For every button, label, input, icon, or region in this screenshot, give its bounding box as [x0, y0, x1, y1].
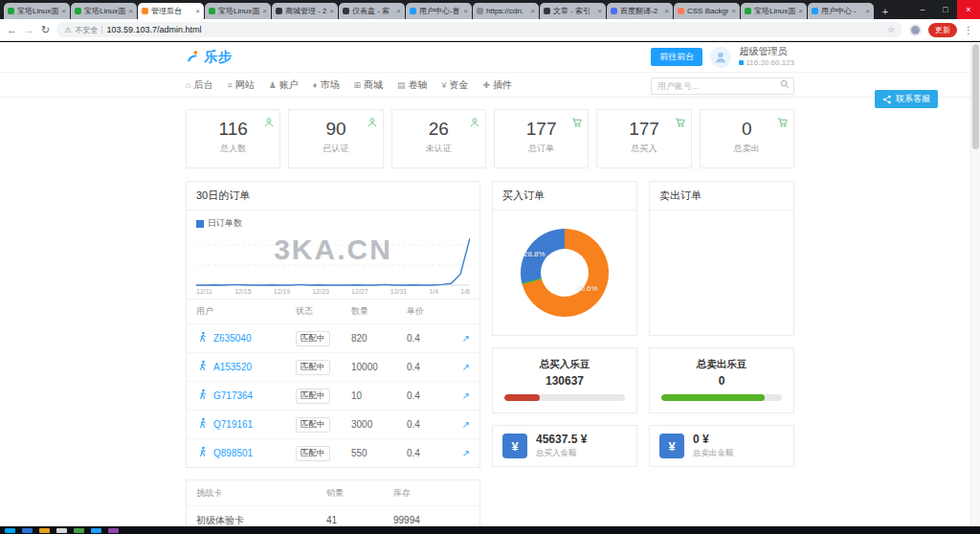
nav-item-funds[interactable]: ¥资金	[441, 78, 468, 92]
stat-label: 已认证	[289, 143, 382, 155]
tab-close-icon[interactable]: ×	[329, 7, 334, 15]
user-info[interactable]: 超级管理员 116.20.60.123	[739, 46, 794, 68]
nav-item-market[interactable]: ♦市场	[313, 78, 340, 92]
browser-tab[interactable]: 宝塔Linux面×	[205, 3, 271, 19]
browser-tab[interactable]: 文章 - 索引×	[540, 3, 606, 19]
start-button-icon[interactable]	[5, 528, 15, 533]
window-close-button[interactable]: ×	[957, 0, 980, 19]
trade-arrow-icon[interactable]: ↗	[462, 390, 470, 401]
window-maximize-button[interactable]: □	[934, 0, 957, 19]
tab-close-icon[interactable]: ×	[731, 7, 736, 15]
trade-arrow-icon[interactable]: ↗	[462, 448, 470, 458]
stat-card: 26未认证	[391, 109, 486, 168]
x-tick-label: 12/23	[312, 288, 329, 295]
bookmark-star-icon[interactable]: ☆	[887, 25, 895, 34]
search-input[interactable]	[651, 78, 794, 95]
browser-menu-icon[interactable]: ⋮	[964, 25, 973, 35]
refresh-icon[interactable]: ↻	[41, 24, 50, 36]
nav-item-mall[interactable]: ⊞商城	[353, 78, 383, 92]
new-tab-button[interactable]: +	[878, 4, 893, 19]
stat-label: 总人数	[187, 143, 279, 155]
taskbar-icon[interactable]	[91, 528, 101, 533]
quantity-cell: 3000	[351, 419, 407, 430]
table-cell: 41	[326, 515, 393, 525]
browser-tab[interactable]: https://cdn.×	[473, 3, 539, 19]
browser-tab[interactable]: 宝塔Linux面×	[741, 3, 807, 19]
yuan-icon: ¥	[659, 434, 684, 458]
browser-profile-avatar[interactable]	[909, 24, 922, 36]
username-link[interactable]: A153520	[213, 362, 252, 372]
username-link[interactable]: Q898501	[213, 448, 253, 458]
browser-tab[interactable]: CSS Backgro×	[674, 3, 740, 19]
goto-frontend-button[interactable]: 前往前台	[651, 48, 702, 66]
browser-tab[interactable]: 用户中心-首×	[406, 3, 472, 19]
username-link[interactable]: G717364	[213, 390, 253, 401]
browser-tab[interactable]: 用户中心 -×	[808, 3, 874, 19]
browser-tab[interactable]: 商城管理 - 2×	[272, 3, 338, 19]
not-secure-label: 不安全	[75, 25, 98, 35]
taskbar-icon[interactable]	[108, 528, 119, 533]
x-tick-label: 12/11	[196, 288, 212, 295]
username-link[interactable]: Q719161	[213, 419, 253, 430]
nav-item-home[interactable]: ⌂后台	[186, 78, 212, 92]
stat-label: 总订单	[495, 143, 588, 155]
challenge-table-body: 初级体验卡4199994中级挑战卡1399996	[187, 505, 479, 526]
tab-close-icon[interactable]: ×	[530, 7, 535, 15]
walking-user-icon	[196, 331, 209, 345]
nav-item-site[interactable]: ≡网站	[227, 78, 254, 92]
user-avatar[interactable]	[710, 47, 731, 68]
taskbar-icon[interactable]	[39, 528, 50, 533]
sell-orders-card: 卖出订单	[649, 181, 794, 336]
tab-close-icon[interactable]: ×	[61, 7, 66, 15]
browser-tab[interactable]: 宝塔Linux面×	[4, 3, 70, 19]
trade-arrow-icon[interactable]: ↗	[462, 362, 470, 372]
match-table-header: 用户状态数量单价	[187, 299, 479, 323]
user-name: 超级管理员	[739, 46, 794, 58]
search-icon[interactable]	[780, 79, 790, 89]
taskbar-icon[interactable]	[56, 528, 67, 533]
browser-update-button[interactable]: 更新	[928, 23, 957, 37]
tab-close-icon[interactable]: ×	[262, 7, 267, 15]
page-scrollbar[interactable]	[970, 42, 980, 526]
nav-item-scroll[interactable]: ▤卷轴	[397, 78, 428, 92]
tab-close-icon[interactable]: ×	[664, 7, 669, 15]
tab-close-icon[interactable]: ×	[396, 7, 401, 15]
match-table-row: Q719161匹配中30000.4↗	[187, 410, 479, 438]
admin-page: 乐步 前往前台 超级管理员 116.20.60.123 ⌂后台≡网站♟账户♦市场…	[0, 42, 980, 526]
taskbar-icon[interactable]	[74, 528, 84, 533]
browser-tab[interactable]: 百度翻译-2×	[607, 3, 673, 19]
funds-icon: ¥	[441, 80, 446, 90]
match-table-body: Z635040匹配中8200.4↗A153520匹配中100000.4↗G717…	[187, 323, 479, 467]
browser-tab[interactable]: 仪表盘 - 索×	[339, 3, 405, 19]
quantity-cell: 550	[351, 448, 407, 458]
contact-support-badge[interactable]: 联系客服	[875, 90, 938, 108]
legend-label[interactable]: 日订单数	[208, 217, 242, 230]
browser-tab[interactable]: 管理后台×	[138, 3, 204, 19]
tab-close-icon[interactable]: ×	[597, 7, 602, 15]
tab-close-icon[interactable]: ×	[195, 7, 200, 15]
forward-icon[interactable]: →	[24, 24, 34, 35]
nav-item-plugin[interactable]: ✚插件	[482, 78, 512, 92]
username-link[interactable]: Z635040	[213, 333, 251, 344]
tab-close-icon[interactable]: ×	[865, 7, 870, 15]
window-minimize-button[interactable]: –	[911, 0, 934, 19]
x-tick-label: 12/27	[351, 288, 368, 295]
match-table-row: G717364匹配中100.4↗	[187, 381, 479, 410]
taskbar-icon[interactable]	[22, 528, 33, 533]
trade-arrow-icon[interactable]: ↗	[462, 419, 470, 430]
browser-tab[interactable]: 宝塔Linux面×	[71, 3, 137, 19]
tab-close-icon[interactable]: ×	[128, 7, 133, 15]
x-tick-label: 12/19	[274, 288, 291, 295]
nav-items: ⌂后台≡网站♟账户♦市场⊞商城▤卷轴¥资金✚插件	[186, 78, 512, 92]
walking-user-icon	[196, 446, 209, 460]
x-tick-label: 12/15	[234, 288, 252, 295]
address-divider	[101, 26, 102, 34]
site-logo[interactable]: 乐步	[186, 49, 233, 66]
nav-item-account[interactable]: ♟账户	[269, 78, 299, 92]
scrollbar-thumb[interactable]	[972, 44, 979, 149]
back-icon[interactable]: ←	[7, 24, 17, 35]
address-bar[interactable]: ⚠ 不安全 103.59.103.7/admin.html ☆	[56, 22, 902, 37]
tab-close-icon[interactable]: ×	[798, 7, 803, 15]
trade-arrow-icon[interactable]: ↗	[462, 333, 470, 344]
tab-close-icon[interactable]: ×	[463, 7, 468, 15]
